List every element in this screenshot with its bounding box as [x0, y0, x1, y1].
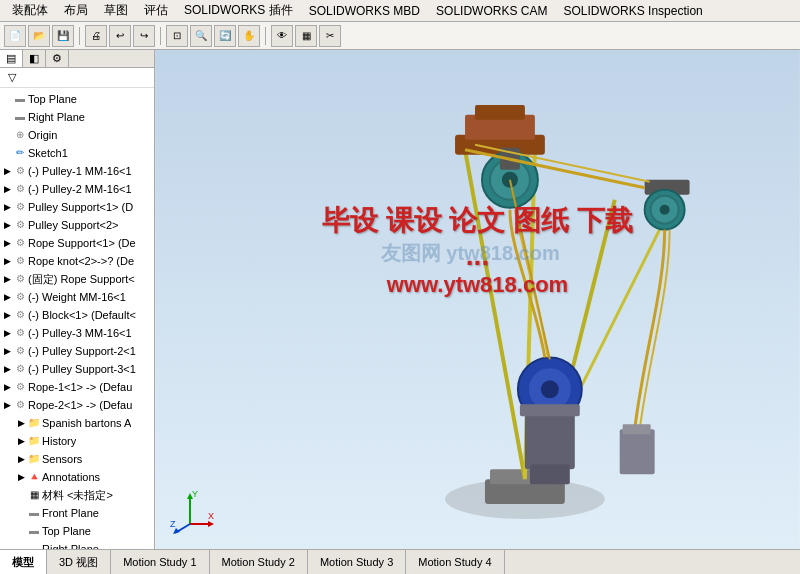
tree-item-top-plane2[interactable]: ▬ Top Plane	[0, 522, 154, 540]
svg-text:X: X	[208, 511, 214, 521]
component-icon: ⚙	[12, 163, 28, 179]
tab-model[interactable]: 模型	[0, 550, 47, 574]
component-icon: ⚙	[12, 361, 28, 377]
tree-label: Front Plane	[42, 505, 99, 521]
tree-item-rope-support1[interactable]: ▶ ⚙ Rope Support<1> (De	[0, 234, 154, 252]
watermark: 毕设 课设 论文 图纸 下载 ... www.ytw818.com	[316, 202, 639, 298]
tree-item-sketch1[interactable]: ✏ Sketch1	[0, 144, 154, 162]
feature-tree-panel: ▤ ◧ ⚙ ▽ ▬ Top Plane ▬ Right Plane ⊕ Orig…	[0, 50, 155, 549]
menu-bar: 装配体 布局 草图 评估 SOLIDWORKS 插件 SOLIDWORKS MB…	[0, 0, 800, 22]
component-icon: ⚙	[12, 397, 28, 413]
tab-motion-study-4[interactable]: Motion Study 4	[406, 550, 504, 574]
tree-item-pulley-support2[interactable]: ▶ ⚙ Pulley Support<2>	[0, 216, 154, 234]
tree-item-rope-knot[interactable]: ▶ ⚙ Rope knot<2>->? (De	[0, 252, 154, 270]
tree-label: Sensors	[42, 451, 82, 467]
component-icon: ⚙	[12, 235, 28, 251]
tree-item-pulley1[interactable]: ▶ ⚙ (-) Pulley-1 MM-16<1	[0, 162, 154, 180]
component-icon: ⚙	[12, 307, 28, 323]
tree-item-material[interactable]: ▦ 材料 <未指定>	[0, 486, 154, 504]
tab-motion-study-1[interactable]: Motion Study 1	[111, 550, 209, 574]
sketch-icon: ✏	[12, 145, 28, 161]
tree-label: Top Plane	[42, 523, 91, 539]
tree-label: Rope knot<2>->? (De	[28, 253, 134, 269]
panel-tab-featuretree[interactable]: ▤	[0, 50, 23, 67]
material-icon: ▦	[26, 487, 42, 503]
svg-text:Z: Z	[170, 519, 176, 529]
origin-icon: ⊕	[12, 127, 28, 143]
toolbar-section[interactable]: ✂	[319, 25, 341, 47]
tree-item-pulley-support21[interactable]: ▶ ⚙ (-) Pulley Support-2<1	[0, 342, 154, 360]
tree-label: Spanish bartons A	[42, 415, 131, 431]
component-icon: ⚙	[12, 343, 28, 359]
3d-viewport[interactable]: 毕设 课设 论文 图纸 下载 ... www.ytw818.com 友图网 yt…	[155, 50, 800, 549]
tab-motion-study-2[interactable]: Motion Study 2	[210, 550, 308, 574]
tree-item-top-plane[interactable]: ▬ Top Plane	[0, 90, 154, 108]
tree-item-pulley-support31[interactable]: ▶ ⚙ (-) Pulley Support-3<1	[0, 360, 154, 378]
tree-label: 材料 <未指定>	[42, 487, 113, 503]
menu-evaluate[interactable]: 评估	[136, 0, 176, 21]
toolbar-new[interactable]: 📄	[4, 25, 26, 47]
toolbar-zoom-in[interactable]: 🔍	[190, 25, 212, 47]
tree-label: Pulley Support<1> (D	[28, 199, 133, 215]
toolbar-redo[interactable]: ↪	[133, 25, 155, 47]
tree-label: Annotations	[42, 469, 100, 485]
tree-item-origin[interactable]: ⊕ Origin	[0, 126, 154, 144]
coordinate-triad: Y X Z	[170, 489, 210, 529]
svg-point-13	[502, 172, 518, 188]
toolbar-rotate[interactable]: 🔄	[214, 25, 236, 47]
tab-motion-study-3[interactable]: Motion Study 3	[308, 550, 406, 574]
tree-label: Sketch1	[28, 145, 68, 161]
svg-marker-34	[208, 521, 214, 527]
toolbar-zoom-fit[interactable]: ⊡	[166, 25, 188, 47]
tree-label: Right Plane	[42, 541, 99, 549]
tree-item-rope1[interactable]: ▶ ⚙ Rope-1<1> -> (Defau	[0, 378, 154, 396]
tree-item-rope-support-fixed[interactable]: ▶ ⚙ (固定) Rope Support<	[0, 270, 154, 288]
component-icon: ⚙	[12, 253, 28, 269]
filter-icon: ▽	[4, 70, 20, 85]
tree-label: (-) Weight MM-16<1	[28, 289, 126, 305]
tree-item-right-plane[interactable]: ▬ Right Plane	[0, 108, 154, 126]
tree-item-history[interactable]: ▶ 📁 History	[0, 432, 154, 450]
menu-assemble[interactable]: 装配体	[4, 0, 56, 21]
menu-layout[interactable]: 布局	[56, 0, 96, 21]
feature-tree[interactable]: ▬ Top Plane ▬ Right Plane ⊕ Origin ✏ Ske…	[0, 88, 154, 549]
menu-sw-mbd[interactable]: SOLIDWORKS MBD	[301, 2, 428, 20]
tree-item-right-plane2[interactable]: ▬ Right Plane	[0, 540, 154, 549]
menu-sw-cam[interactable]: SOLIDWORKS CAM	[428, 2, 555, 20]
tree-item-front-plane[interactable]: ▬ Front Plane	[0, 504, 154, 522]
toolbar-undo[interactable]: ↩	[109, 25, 131, 47]
tree-item-block1[interactable]: ▶ ⚙ (-) Block<1> (Default<	[0, 306, 154, 324]
toolbar-display-style[interactable]: ▦	[295, 25, 317, 47]
bottom-tabs: 模型 3D 视图 Motion Study 1 Motion Study 2 M…	[0, 549, 800, 574]
toolbar: 📄 📂 💾 🖨 ↩ ↪ ⊡ 🔍 🔄 ✋ 👁 ▦ ✂	[0, 22, 800, 50]
panel-tab-configurationmanager[interactable]: ⚙	[46, 50, 69, 67]
tree-item-spanish[interactable]: ▶ 📁 Spanish bartons A	[0, 414, 154, 432]
plane-icon: ▬	[12, 109, 28, 125]
menu-sketch[interactable]: 草图	[96, 0, 136, 21]
toolbar-save[interactable]: 💾	[52, 25, 74, 47]
svg-rect-18	[525, 409, 575, 469]
toolbar-print[interactable]: 🖨	[85, 25, 107, 47]
toolbar-open[interactable]: 📂	[28, 25, 50, 47]
tree-label: (-) Pulley-3 MM-16<1	[28, 325, 132, 341]
tree-item-rope2[interactable]: ▶ ⚙ Rope-2<1> -> (Defau	[0, 396, 154, 414]
component-icon: ⚙	[12, 325, 28, 341]
panel-tab-propertymanager[interactable]: ◧	[23, 50, 46, 67]
folder-icon: 📁	[26, 451, 42, 467]
toolbar-pan[interactable]: ✋	[238, 25, 260, 47]
menu-sw-plugin[interactable]: SOLIDWORKS 插件	[176, 0, 301, 21]
toolbar-view-orient[interactable]: 👁	[271, 25, 293, 47]
tab-3d-view[interactable]: 3D 视图	[47, 550, 111, 574]
3d-model-svg	[155, 50, 800, 549]
svg-rect-10	[475, 105, 525, 120]
tree-item-weight[interactable]: ▶ ⚙ (-) Weight MM-16<1	[0, 288, 154, 306]
tree-label: (固定) Rope Support<	[28, 271, 135, 287]
tree-item-sensors[interactable]: ▶ 📁 Sensors	[0, 450, 154, 468]
tree-label: Pulley Support<2>	[28, 217, 119, 233]
tree-item-pulley-support1[interactable]: ▶ ⚙ Pulley Support<1> (D	[0, 198, 154, 216]
tree-item-pulley3[interactable]: ▶ ⚙ (-) Pulley-3 MM-16<1	[0, 324, 154, 342]
tree-item-annotations[interactable]: ▶ 🔺 Annotations	[0, 468, 154, 486]
component-icon: ⚙	[12, 217, 28, 233]
tree-item-pulley2[interactable]: ▶ ⚙ (-) Pulley-2 MM-16<1	[0, 180, 154, 198]
menu-sw-inspection[interactable]: SOLIDWORKS Inspection	[555, 2, 710, 20]
